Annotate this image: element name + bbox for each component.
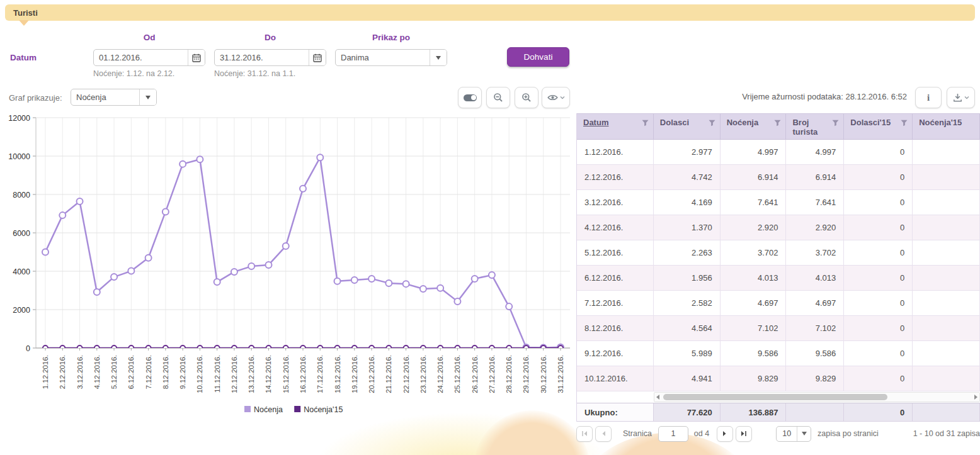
- column-header-2[interactable]: Dolasci: [654, 114, 721, 139]
- chevron-down-icon[interactable]: [139, 89, 156, 105]
- tourism-data-table: DatumDolasciNoćenjaBroj turistaDolasci'1…: [576, 113, 980, 422]
- cell-value: 4.941: [654, 366, 721, 391]
- column-header-6[interactable]: Noćenja'15: [913, 114, 980, 139]
- chart-toggle-button[interactable]: [458, 87, 482, 108]
- prikaz-po-label: Prikaz po: [335, 33, 447, 42]
- date-to-hint: Noćenje: 31.12. na 1.1.: [214, 69, 295, 78]
- totals-value: 77.620: [654, 403, 721, 421]
- table-row[interactable]: 9.12.2016.5.9899.5869.5860: [577, 341, 980, 366]
- cell-value: 0: [844, 291, 913, 315]
- graf-prikazuje-select[interactable]: Noćenja: [71, 89, 157, 106]
- stranica-label: Stranica: [623, 429, 652, 438]
- chart-zoom-in-button[interactable]: [515, 87, 538, 108]
- calendar-icon[interactable]: [188, 50, 205, 65]
- filter-icon[interactable]: [709, 120, 715, 126]
- svg-text:3.12.2016.: 3.12.2016.: [76, 355, 84, 389]
- table-row[interactable]: 7.12.2016.2.5824.6974.6970: [577, 291, 980, 316]
- dohvati-button[interactable]: Dohvati: [507, 47, 569, 67]
- svg-text:12.12.2016.: 12.12.2016.: [231, 355, 238, 393]
- svg-text:22.12.2016.: 22.12.2016.: [402, 355, 410, 393]
- last-page-button[interactable]: [736, 426, 752, 442]
- filter-icon[interactable]: [901, 120, 908, 126]
- column-header-1[interactable]: Datum: [577, 114, 654, 139]
- table-row[interactable]: 8.12.2016.4.5647.1027.1020: [577, 316, 980, 341]
- column-header-5[interactable]: Dolasci'15: [844, 114, 913, 139]
- scroll-left-icon[interactable]: [656, 395, 659, 400]
- scrollbar-track[interactable]: [654, 392, 980, 402]
- table-row[interactable]: 2.12.2016.4.7426.9146.9140: [577, 165, 980, 190]
- page-count-label: od 4: [694, 429, 709, 438]
- legend-item[interactable]: Noćenja: [244, 405, 283, 414]
- svg-text:10.12.2016.: 10.12.2016.: [196, 355, 203, 393]
- svg-text:14.12.2016.: 14.12.2016.: [265, 355, 272, 393]
- section-header-turisti[interactable]: Turisti: [5, 4, 975, 21]
- totals-value: [913, 403, 980, 421]
- table-row[interactable]: 5.12.2016.2.2633.7023.7020: [577, 240, 980, 266]
- svg-text:29.12.2016.: 29.12.2016.: [522, 355, 530, 393]
- calendar-icon[interactable]: [309, 50, 326, 65]
- svg-text:10000: 10000: [8, 152, 30, 161]
- next-page-button[interactable]: [717, 426, 733, 442]
- page-size-select[interactable]: 10: [776, 426, 811, 442]
- export-dropdown-button[interactable]: [947, 87, 975, 108]
- filter-icon[interactable]: [832, 120, 839, 126]
- column-header-3[interactable]: Noćenja: [721, 114, 787, 139]
- cell-value: 4.013: [786, 266, 844, 290]
- cell-value: 4.742: [654, 165, 721, 189]
- svg-text:28.12.2016.: 28.12.2016.: [505, 355, 513, 393]
- svg-text:26.12.2016.: 26.12.2016.: [471, 355, 479, 393]
- chevron-down-icon: [964, 96, 969, 99]
- cell-value: [913, 215, 980, 240]
- table-row[interactable]: 4.12.2016.1.3702.9202.9200: [577, 215, 980, 240]
- cell-date: 4.12.2016.: [577, 215, 654, 240]
- cell-value: 9.829: [786, 366, 844, 391]
- filter-icon[interactable]: [642, 120, 649, 126]
- column-header-4[interactable]: Broj turista: [786, 114, 844, 139]
- table-row[interactable]: 1.12.2016.2.9774.9974.9970: [577, 140, 980, 165]
- chart-visibility-dropdown[interactable]: [542, 87, 570, 108]
- cell-date: 7.12.2016.: [577, 291, 654, 315]
- tourism-dashboard: Turisti Od Do Prikaz po Datum Danima Noć…: [0, 0, 980, 455]
- info-button[interactable]: i: [915, 87, 942, 108]
- table-row[interactable]: 10.12.2016.4.9419.8299.8290: [577, 366, 980, 391]
- cell-value: [913, 316, 980, 340]
- cell-value: [913, 266, 980, 290]
- svg-text:20.12.2016.: 20.12.2016.: [368, 355, 375, 393]
- table-hscrollbar: [577, 391, 980, 403]
- prikaz-po-select[interactable]: Danima: [335, 49, 447, 66]
- table-header-row: DatumDolasciNoćenjaBroj turistaDolasci'1…: [577, 113, 980, 140]
- toggle-icon: [464, 94, 477, 101]
- table-row[interactable]: 3.12.2016.4.1697.6417.6410: [577, 190, 980, 215]
- scroll-right-icon[interactable]: [974, 395, 977, 400]
- cell-value: 7.641: [786, 190, 844, 215]
- totals-value: 0: [844, 403, 913, 421]
- svg-text:27.12.2016.: 27.12.2016.: [488, 355, 496, 393]
- date-from-input[interactable]: [94, 50, 188, 65]
- cell-value: 4.997: [721, 140, 787, 164]
- table-totals-row: Ukupno:77.620136.8870: [577, 403, 980, 422]
- first-page-button[interactable]: [576, 426, 593, 442]
- prev-page-button[interactable]: [595, 426, 612, 442]
- svg-text:9.12.2016.: 9.12.2016.: [179, 355, 186, 389]
- cell-value: 1.370: [654, 215, 721, 240]
- chart-zoom-out-button[interactable]: [486, 87, 510, 108]
- cell-value: 0: [844, 316, 913, 340]
- chevron-down-icon[interactable]: [430, 50, 447, 65]
- page-number-input[interactable]: [658, 426, 688, 442]
- svg-text:12000: 12000: [8, 114, 30, 123]
- zoom-out-icon: [493, 93, 503, 103]
- scrollbar-thumb[interactable]: [663, 394, 887, 400]
- date-to-input[interactable]: [215, 50, 309, 65]
- cell-date: 8.12.2016.: [577, 316, 654, 340]
- cell-value: 9.586: [786, 341, 844, 366]
- filter-icon[interactable]: [774, 120, 781, 126]
- table-row[interactable]: 6.12.2016.1.9564.0134.0130: [577, 266, 980, 291]
- od-label: Od: [93, 33, 205, 42]
- cell-value: [913, 341, 980, 366]
- legend-item[interactable]: Noćenja'15: [294, 405, 343, 414]
- date-from-field: [93, 49, 205, 66]
- cell-value: 9.586: [721, 341, 787, 366]
- cell-value: 0: [844, 165, 913, 189]
- cell-date: 1.12.2016.: [577, 140, 654, 164]
- section-pointer: [19, 20, 29, 26]
